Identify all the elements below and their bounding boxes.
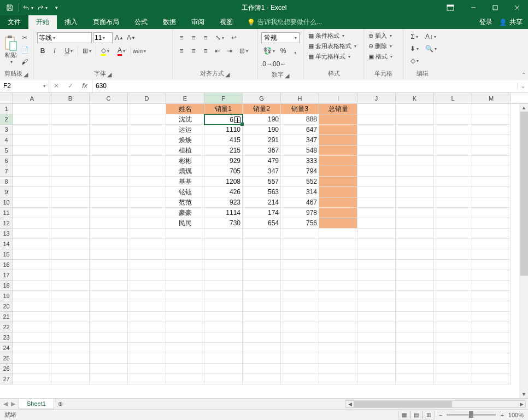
cell[interactable] <box>13 301 51 312</box>
cell[interactable] <box>166 332 204 343</box>
cell[interactable] <box>204 229 243 239</box>
cell[interactable] <box>281 301 319 312</box>
format-cells-button[interactable]: ▣格式▾ <box>367 52 394 61</box>
decrease-font-icon[interactable]: A▼ <box>126 32 137 43</box>
cell[interactable] <box>13 364 51 374</box>
comma-icon[interactable]: , <box>290 45 301 56</box>
cell[interactable] <box>51 135 90 145</box>
cell[interactable] <box>51 166 90 177</box>
cell[interactable] <box>166 301 204 312</box>
column-header[interactable]: A <box>13 93 51 103</box>
cell[interactable]: 190 <box>243 114 281 125</box>
row-header[interactable]: 23 <box>0 332 13 343</box>
fill-icon[interactable]: ⬇▾ <box>407 43 422 54</box>
cell[interactable] <box>281 312 319 322</box>
cell[interactable] <box>281 291 319 301</box>
login-link[interactable]: 登录 <box>479 18 492 27</box>
cell[interactable]: 978 <box>281 208 319 218</box>
enter-formula-icon[interactable]: ✓ <box>63 79 78 92</box>
cell[interactable]: 6 <box>204 114 243 125</box>
cell[interactable] <box>319 125 357 135</box>
cell[interactable] <box>281 229 319 239</box>
cell[interactable] <box>90 218 128 229</box>
cell[interactable]: 铉铉 <box>166 187 204 197</box>
cell[interactable] <box>319 291 357 301</box>
cell[interactable] <box>90 229 128 239</box>
cell[interactable] <box>396 249 434 260</box>
cell[interactable] <box>281 332 319 343</box>
cell[interactable] <box>434 104 472 114</box>
cell[interactable] <box>357 218 396 229</box>
cell[interactable] <box>13 353 51 364</box>
cell[interactable] <box>396 270 434 281</box>
insert-cells-button[interactable]: ⊕插入▾ <box>367 31 393 40</box>
row-header[interactable]: 4 <box>0 135 13 145</box>
cell[interactable] <box>128 249 166 260</box>
cell[interactable] <box>90 145 128 156</box>
tell-me[interactable]: 💡告诉我您想要做什么... <box>240 15 322 29</box>
cell[interactable] <box>90 353 128 364</box>
cell[interactable] <box>51 177 90 187</box>
cell[interactable] <box>128 291 166 301</box>
cell[interactable] <box>434 249 472 260</box>
tab-view[interactable]: 视图 <box>212 15 240 29</box>
cell[interactable] <box>357 332 396 343</box>
cell[interactable] <box>434 353 472 364</box>
cell[interactable] <box>434 125 472 135</box>
cell[interactable] <box>472 301 511 312</box>
cell[interactable] <box>472 208 511 218</box>
cell[interactable] <box>13 156 51 166</box>
cell[interactable] <box>51 125 90 135</box>
cell[interactable] <box>128 114 166 125</box>
cell[interactable] <box>281 249 319 260</box>
minimize-button[interactable] <box>462 0 484 15</box>
tab-layout[interactable]: 页面布局 <box>85 15 127 29</box>
cell[interactable] <box>357 104 396 114</box>
align-bottom-icon[interactable]: ≡ <box>200 32 211 43</box>
cell[interactable] <box>434 135 472 145</box>
cell[interactable]: 销量2 <box>243 104 281 114</box>
cell[interactable] <box>434 281 472 291</box>
cell[interactable] <box>90 374 128 384</box>
font-name-combo[interactable]: 等线▾ <box>37 32 92 43</box>
cell[interactable] <box>472 291 511 301</box>
cell[interactable] <box>357 322 396 332</box>
column-header[interactable]: K <box>396 93 434 103</box>
bold-button[interactable]: B <box>37 45 48 56</box>
row-header[interactable]: 25 <box>0 353 13 364</box>
cell[interactable] <box>357 125 396 135</box>
new-sheet-icon[interactable]: ⊕ <box>54 399 67 409</box>
cell[interactable] <box>90 312 128 322</box>
find-icon[interactable]: 🔍▾ <box>423 43 438 54</box>
cell[interactable] <box>396 218 434 229</box>
cell[interactable] <box>13 239 51 249</box>
tab-file[interactable]: 文件 <box>0 15 28 29</box>
column-header[interactable]: I <box>319 93 357 103</box>
cell[interactable] <box>357 374 396 384</box>
cell[interactable] <box>13 104 51 114</box>
cell[interactable]: 415 <box>204 135 243 145</box>
vscroll-thumb[interactable] <box>520 112 528 276</box>
cell[interactable]: 1110 <box>204 125 243 135</box>
cell[interactable] <box>128 332 166 343</box>
cell[interactable] <box>396 374 434 384</box>
column-header[interactable]: D <box>128 93 166 103</box>
cell[interactable] <box>281 322 319 332</box>
row-header[interactable]: 20 <box>0 301 13 312</box>
zoom-in-icon[interactable]: + <box>500 412 503 418</box>
cell[interactable]: 647 <box>281 125 319 135</box>
column-header[interactable]: F <box>204 93 243 103</box>
cell[interactable] <box>90 343 128 353</box>
cell[interactable]: 215 <box>204 145 243 156</box>
cell[interactable] <box>204 270 243 281</box>
row-header[interactable]: 22 <box>0 322 13 332</box>
cell[interactable] <box>128 104 166 114</box>
cell[interactable] <box>396 291 434 301</box>
cell[interactable]: 运运 <box>166 125 204 135</box>
cell[interactable] <box>243 374 281 384</box>
cell[interactable] <box>472 197 511 208</box>
cell[interactable] <box>396 353 434 364</box>
merge-icon[interactable]: ⊟▾ <box>236 45 251 56</box>
row-header[interactable]: 24 <box>0 343 13 353</box>
cell[interactable] <box>13 218 51 229</box>
